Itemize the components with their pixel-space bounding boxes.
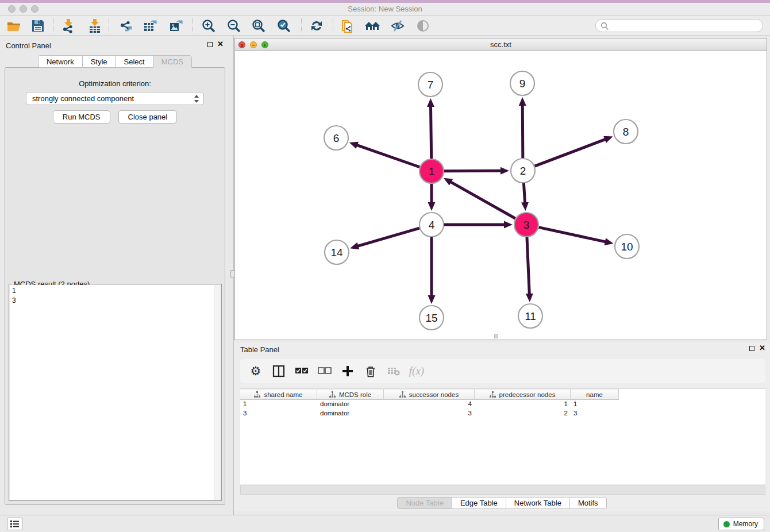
- export-image-button[interactable]: [167, 17, 184, 34]
- gear-icon: ⚙: [251, 364, 261, 378]
- graph-node-8[interactable]: 8: [614, 119, 638, 144]
- result-scrollbar[interactable]: [214, 285, 221, 500]
- table-row[interactable]: 1 dominator 4 1 1: [240, 400, 765, 409]
- export-table-button[interactable]: [142, 17, 159, 34]
- graph-node-10[interactable]: 10: [615, 234, 639, 259]
- graph-node-4[interactable]: 4: [419, 213, 444, 237]
- graph-node-6[interactable]: 6: [324, 126, 348, 150]
- graph-edge-2-3[interactable]: [523, 183, 525, 203]
- close-panel-icon[interactable]: ✕: [217, 40, 224, 48]
- graph-node-3[interactable]: 3: [514, 213, 538, 237]
- export-network-button[interactable]: [117, 17, 134, 34]
- control-panel: Control Panel ✕ Network Style Select MCD…: [0, 36, 230, 515]
- zoom-fit-button[interactable]: [250, 17, 267, 34]
- graph-edge-2-8[interactable]: [535, 139, 606, 166]
- application-window: Session: New Session: [0, 0, 770, 532]
- graph-node-11[interactable]: 11: [518, 304, 542, 328]
- cell-successor-nodes[interactable]: 4: [384, 400, 475, 409]
- open-folder-icon: [6, 18, 21, 33]
- table-horizontal-scrollbar[interactable]: [240, 485, 765, 495]
- close-table-panel-icon[interactable]: ✕: [759, 344, 765, 352]
- import-network-button[interactable]: [60, 17, 77, 34]
- network-graph[interactable]: 7968124314101511: [235, 52, 767, 340]
- network-list-button[interactable]: [7, 518, 22, 530]
- tab-mcds[interactable]: MCDS: [153, 55, 192, 68]
- main-toolbar: [0, 16, 770, 36]
- cell-shared-name[interactable]: 3: [240, 409, 317, 418]
- cell-predecessor-nodes[interactable]: 2: [475, 409, 571, 418]
- tree-icon: [490, 391, 496, 398]
- graph-edge-3-11[interactable]: [527, 237, 529, 295]
- search-icon: [600, 22, 609, 30]
- tab-node-table[interactable]: Node Table: [397, 497, 452, 509]
- close-panel-button[interactable]: Close panel: [118, 110, 178, 124]
- graph-edge-3-1[interactable]: [450, 182, 515, 218]
- network-window-titlebar: x − + scc.txt: [235, 38, 767, 51]
- create-column-button[interactable]: [340, 364, 355, 379]
- graph-node-14[interactable]: 14: [325, 240, 349, 264]
- tab-motifs[interactable]: Motifs: [570, 497, 607, 509]
- cell-mcds-role[interactable]: dominator: [317, 400, 384, 409]
- graph-edge-2-9[interactable]: [522, 105, 523, 158]
- cell-mcds-role[interactable]: dominator: [317, 409, 384, 418]
- graph-edge-4-14[interactable]: [357, 228, 419, 246]
- delete-columns-button[interactable]: [363, 364, 378, 379]
- cell-name[interactable]: 1: [571, 400, 619, 409]
- panel-splitter[interactable]: [230, 36, 234, 515]
- show-columns-button[interactable]: [271, 364, 286, 379]
- cell-shared-name[interactable]: 1: [240, 400, 317, 409]
- column-header-predecessor-nodes[interactable]: predecessor nodes: [475, 389, 571, 400]
- graph-node-15[interactable]: 15: [419, 306, 444, 330]
- tab-edge-table[interactable]: Edge Table: [452, 497, 506, 509]
- cell-successor-nodes[interactable]: 3: [384, 409, 475, 418]
- column-label: shared name: [264, 391, 302, 398]
- column-header-mcds-role[interactable]: MCDS role: [317, 389, 384, 400]
- zoom-out-button[interactable]: [225, 17, 242, 34]
- table-row[interactable]: 3 dominator 3 2 3: [240, 409, 765, 418]
- mcds-result-text[interactable]: 1 3: [10, 285, 214, 500]
- cell-name[interactable]: 3: [571, 409, 619, 418]
- home-button[interactable]: [364, 17, 381, 34]
- run-mcds-button[interactable]: Run MCDS: [53, 110, 110, 124]
- search-input[interactable]: [611, 20, 757, 31]
- new-network-from-selection-button[interactable]: [339, 17, 356, 34]
- refresh-button[interactable]: [308, 17, 325, 34]
- search-box[interactable]: [595, 19, 763, 32]
- graph-node-1[interactable]: 1: [419, 159, 444, 183]
- zoom-selected-button[interactable]: [275, 17, 292, 34]
- float-panel-icon[interactable]: [207, 42, 213, 47]
- table-settings-button[interactable]: ⚙: [248, 364, 263, 379]
- arrowhead-icon: [521, 202, 529, 211]
- open-session-button[interactable]: [5, 17, 22, 34]
- graph-node-7[interactable]: 7: [418, 72, 442, 97]
- memory-button[interactable]: Memory: [718, 518, 764, 530]
- save-icon: [30, 18, 45, 33]
- canvas-resize-handle[interactable]: [494, 334, 498, 338]
- tab-select[interactable]: Select: [116, 55, 153, 68]
- network-canvas[interactable]: 7968124314101511: [235, 52, 767, 340]
- column-header-name[interactable]: name: [571, 389, 619, 400]
- graph-edge-1-2[interactable]: [444, 171, 502, 171]
- list-icon: [10, 520, 20, 528]
- import-table-button[interactable]: [86, 17, 103, 34]
- tab-style[interactable]: Style: [83, 55, 116, 68]
- save-session-button[interactable]: [29, 17, 47, 34]
- hide-panels-button[interactable]: [389, 17, 406, 34]
- zoom-in-button[interactable]: [200, 17, 217, 34]
- graph-edge-1-6[interactable]: [356, 145, 419, 167]
- memory-status-icon: [723, 521, 730, 527]
- float-table-panel-icon[interactable]: [749, 346, 754, 351]
- tab-network[interactable]: Network: [38, 55, 83, 68]
- column-header-shared-name[interactable]: shared name: [240, 389, 317, 400]
- graph-node-2[interactable]: 2: [511, 159, 535, 183]
- optimization-criterion-select[interactable]: strongly connected component: [26, 92, 204, 105]
- graph-edge-3-10[interactable]: [538, 228, 606, 242]
- graph-node-9[interactable]: 9: [510, 71, 534, 95]
- svg-text:14: 14: [330, 246, 343, 259]
- column-header-successor-nodes[interactable]: successor nodes: [384, 389, 475, 400]
- cell-predecessor-nodes[interactable]: 1: [475, 400, 571, 409]
- deselect-all-button[interactable]: [317, 364, 332, 379]
- graph-edge-1-7[interactable]: [430, 106, 431, 159]
- tab-network-table[interactable]: Network Table: [506, 497, 570, 509]
- select-all-button[interactable]: [294, 364, 309, 379]
